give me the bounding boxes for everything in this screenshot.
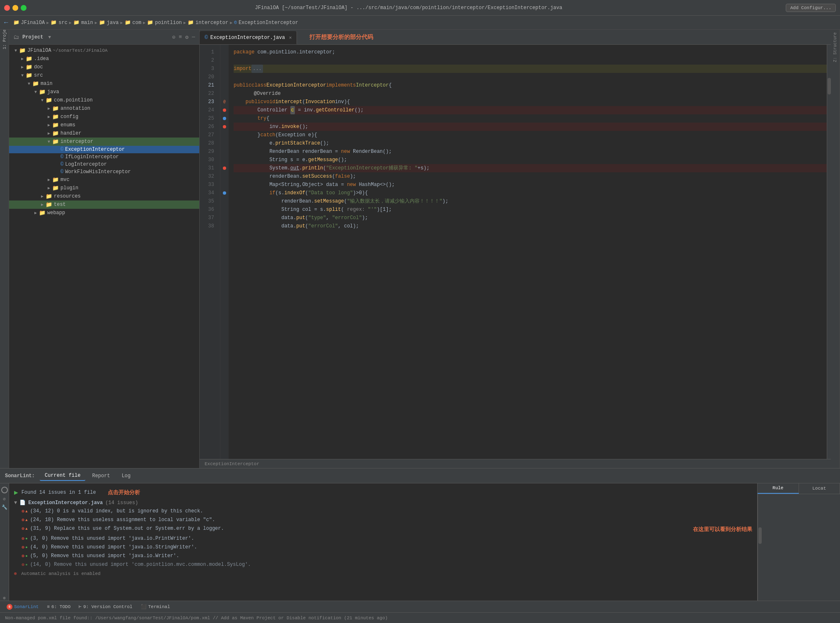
tree-item-log-interceptor[interactable]: © LogInterceptor (9, 161, 199, 168)
warning-triangle-icon-2: ▲ (25, 518, 27, 522)
bottom-tab-vcs[interactable]: ⊢ 9: Version Control (75, 603, 135, 610)
tree-item-workflow-interceptor[interactable]: © WorkFlowHisInterceptor (9, 168, 199, 176)
tree-item-main[interactable]: ▼ 📁 main (9, 80, 199, 88)
locate-icon[interactable]: ⊙ (172, 34, 176, 41)
line-32: 32 (201, 172, 217, 181)
bottom-tab-todo[interactable]: ≡ 6: TODO (43, 604, 74, 610)
filter-icon[interactable]: ⊘ (2, 496, 7, 502)
minimize-panel-icon[interactable]: ─ (192, 34, 195, 41)
bottom-tab-sonarlint[interactable]: S SonarLint (3, 603, 42, 611)
breadcrumb-java-label: java (107, 20, 119, 26)
tree-item-java[interactable]: ▼ 📁 java (9, 88, 199, 96)
tree-item-test[interactable]: ▶ 📁 test (9, 200, 199, 209)
tree-item-interceptor[interactable]: ▼ 📁 interceptor (9, 138, 199, 146)
breadcrumb-pointlion[interactable]: 📁 pointlion (147, 19, 182, 26)
editor-tab-exception-interceptor[interactable]: © ExceptionInterceptor.java ✕ (200, 31, 297, 44)
breadcrumb-java[interactable]: 📁 java (99, 19, 119, 26)
breadcrumb-project[interactable]: 📁 JFinalOA (13, 19, 45, 26)
project-header-title[interactable]: Project (22, 34, 43, 40)
editor-scrollbar-thumb[interactable] (828, 78, 831, 94)
tree-item-annotation[interactable]: ▶ 📁 annotation (9, 104, 199, 113)
resources-folder-icon: 📁 (46, 193, 52, 200)
tree-item-webapp[interactable]: ▶ 📁 webapp (9, 209, 199, 217)
tab-close-button[interactable]: ✕ (289, 35, 292, 40)
warning-triangle-icon-1: ▲ (25, 510, 27, 514)
tree-item-config[interactable]: ▶ 📁 config (9, 113, 199, 121)
tree-item-exception-interceptor[interactable]: © ExceptionInterceptor (9, 146, 199, 153)
add-configuration-button[interactable]: Add Configur... (786, 4, 836, 12)
tree-item-resources[interactable]: ▶ 📁 resources (9, 192, 199, 200)
tree-item-jfinaloa[interactable]: ▼ 📁 JFinalOA ~/sonarTest/JFinalOA (9, 46, 199, 55)
project-dropdown-arrow[interactable]: ▼ (48, 35, 51, 40)
editor-scrollbar[interactable] (827, 45, 831, 459)
tree-item-plugin[interactable]: ▶ 📁 plugin (9, 184, 199, 192)
file-issue-header[interactable]: ▼ 📄 ExceptionInterceptor.java (14 issues… (9, 498, 757, 507)
tree-item-src[interactable]: ▼ 📁 src (9, 71, 199, 80)
breadcrumb-class[interactable]: © ExceptionInterceptor (234, 20, 298, 26)
line-35: 35 (201, 197, 217, 205)
tree-item-com-pointlion[interactable]: ▼ 📁 com.pointlion (9, 96, 199, 104)
code-content[interactable]: package com.pointlion.interceptor; impor… (229, 45, 827, 459)
line-3: 3 (201, 65, 217, 73)
tree-item-handler[interactable]: ▶ 📁 handler (9, 129, 199, 138)
tree-item-enums[interactable]: ▶ 📁 enums (9, 121, 199, 129)
code-line-24: Controller c = inv.getController(); (234, 106, 827, 114)
breadcrumb-main[interactable]: 📁 main (73, 19, 93, 26)
line-1: 1 (201, 48, 217, 56)
line-33: 33 (201, 181, 217, 189)
breadcrumb-com[interactable]: 📁 com (125, 19, 142, 26)
maximize-button[interactable] (21, 5, 27, 11)
issue-item-6[interactable]: ⊗ ● (5, 0) Remove this unused import 'ja… (9, 552, 757, 560)
tree-item-iflogin-interceptor[interactable]: © IfLoginInterceptor (9, 153, 199, 161)
issue-item-5[interactable]: ⊗ ● (4, 0) Remove this unused import 'ja… (9, 543, 757, 552)
close-button[interactable] (4, 5, 10, 11)
run-analysis-button[interactable]: ▶ (14, 488, 18, 497)
issue-item-4[interactable]: ⊗ ● (3, 0) Remove this unused import 'ja… (9, 534, 757, 543)
issue-text-2: (24, 18) Remove this useless assignment … (30, 517, 752, 523)
interceptor-folder-icon: 📁 (52, 138, 59, 145)
info-circle-icon-7: ● (25, 563, 27, 567)
title-bar: JFinalOA [~/sonarTest/JFinalOA] - .../sr… (0, 0, 840, 16)
right-col-rule-tab[interactable]: Rule (758, 483, 799, 494)
issue-item-3[interactable]: ⊗ ▲ (31, 9) Replace this use of System.o… (9, 524, 757, 534)
structure-label[interactable]: Z: Structure (832, 30, 839, 65)
tools-icon[interactable]: 🔧 (2, 504, 7, 510)
nav-back-icon[interactable]: ← (4, 19, 8, 27)
code-line-27: }catch (Exception e){ (234, 131, 827, 139)
code-editor[interactable]: 1 2 3 20 21 22 23 24 25 26 27 28 29 30 (200, 45, 831, 459)
right-col-scrollbar-thumb[interactable] (758, 527, 762, 544)
tab-report[interactable]: Report (87, 471, 115, 481)
issue-item-7[interactable]: ⊗ ● (14, 0) Remove this unused import 'c… (9, 560, 757, 569)
minimize-button[interactable] (12, 5, 18, 11)
right-col-scrollbar[interactable] (758, 494, 762, 601)
issue-text-6: (5, 0) Remove this unused import 'java.i… (30, 553, 752, 559)
issue-item-1[interactable]: ⊗ ▲ (34, 12) 0 is a valid index, but is … (9, 507, 757, 516)
expand-all-icon[interactable]: ≡ (179, 34, 182, 41)
tree-item-mvc[interactable]: ▶ 📁 mvc (9, 176, 199, 184)
issue-text-7: (14, 0) Remove this unused import 'com.p… (30, 562, 752, 567)
settings-gear-icon[interactable]: ⚙ (185, 34, 188, 41)
tree-item-doc[interactable]: ▶ 📁 doc (9, 63, 199, 71)
bottom-panel-left-strip: ⊘ 🔧 ⊗ (0, 483, 9, 601)
panel-toggle-icon[interactable] (1, 487, 8, 493)
tab-current-file[interactable]: Current file (40, 471, 85, 481)
error-circle-icon-5: ⊗ (22, 544, 24, 551)
error-circle-icon-6: ⊗ (22, 553, 24, 559)
breadcrumb-src[interactable]: 📁 src (51, 19, 68, 26)
tab-log[interactable]: Log (117, 471, 136, 481)
java-class-icon-4: © (60, 169, 63, 175)
right-col-location-tab[interactable]: Locat (799, 483, 840, 494)
issue-icons-3: ⊗ ▲ (22, 526, 28, 532)
code-line-31: System.out.println("ExceptionInterceptor… (234, 164, 827, 172)
issue-item-2[interactable]: ⊗ ▲ (24, 18) Remove this useless assignm… (9, 516, 757, 524)
tree-item-idea[interactable]: ▶ 📁 .idea (9, 55, 199, 63)
project-panel-toggle[interactable]: 1: Project (1, 33, 8, 41)
sonar-note-icon: ⊗ (14, 571, 17, 576)
breadcrumb-interceptor[interactable]: 📁 interceptor (188, 19, 228, 26)
close-panel-icon[interactable]: ⊗ (2, 595, 7, 601)
breadcrumb-class-label: ExceptionInterceptor (239, 20, 298, 26)
bottom-tab-terminal[interactable]: ⬛ Terminal (138, 603, 174, 610)
error-circle-icon-3: ⊗ (22, 526, 24, 532)
line-38: 38 (201, 222, 217, 230)
editor-tabs: © ExceptionInterceptor.java ✕ 打开想要分析的部分代… (200, 30, 831, 45)
